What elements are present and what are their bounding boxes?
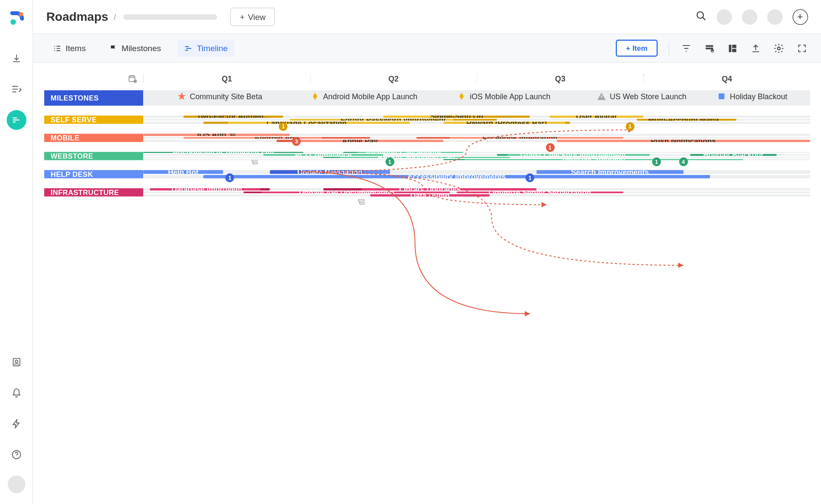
svg-point-1 — [19, 12, 23, 16]
timeline-row: Two-Factor Authen...Single-Sign OnUser A… — [143, 116, 810, 118]
bar-label: Push Notifications — [651, 140, 716, 142]
add-button[interactable]: + — [792, 9, 808, 25]
add-view-button[interactable]: +View — [230, 8, 275, 26]
timeline-bar[interactable]: Two-Factor Authen... — [183, 116, 283, 118]
dependency-badge[interactable]: 1 — [226, 173, 234, 182]
dependency-badge[interactable]: 1 — [652, 158, 661, 166]
link-filter-icon[interactable] — [703, 42, 715, 54]
milestone-item[interactable]: iOS Mobile App Launch — [457, 91, 550, 101]
dependency-badge[interactable]: 1 — [546, 143, 554, 152]
timeline-bar[interactable]: Optimize Server Serialization — [457, 192, 623, 194]
fullscreen-icon[interactable] — [796, 42, 808, 54]
timeline-bar[interactable]: Update API Documentation — [243, 192, 450, 194]
timeline-bar[interactable]: Multi-Account Mana... — [637, 119, 737, 121]
svg-rect-9 — [732, 49, 736, 52]
timeline-bar[interactable]: Reskin Shopping Cart — [323, 156, 510, 158]
group-label[interactable]: MOBILE — [44, 134, 144, 142]
timeline-bar[interactable]: User Avatar — [550, 116, 643, 118]
tab-timeline[interactable]: Timeline — [177, 39, 234, 56]
svg-rect-18 — [358, 200, 364, 202]
settings-icon[interactable] — [772, 42, 785, 54]
bell-icon[interactable] — [7, 383, 26, 403]
quarter-header: Q4 — [643, 74, 810, 83]
date-settings-icon[interactable] — [44, 74, 144, 84]
timeline-view: Q1Q2Q3Q4 MILESTONES Community Site BetaA… — [33, 63, 821, 504]
timeline-bar[interactable]: Guest Checkout Improvement — [497, 154, 650, 156]
group-label[interactable]: SELF SERVE — [44, 116, 144, 124]
add-item-button[interactable]: +Item — [616, 39, 657, 56]
timeline-row: Apple PayPush Notifications1 — [143, 140, 810, 142]
bar-label: Library Upgrades — [399, 188, 461, 190]
timeline-bar[interactable]: Language Localization — [203, 122, 410, 124]
filter-icon[interactable] — [680, 42, 692, 54]
timeline-row: PCI Compliance1Guest Checkout Improvemen… — [143, 154, 810, 156]
bolt-icon[interactable] — [7, 414, 26, 434]
group-milestones[interactable]: MILESTONES — [44, 90, 144, 106]
timeline-bar[interactable]: Help Bot — [143, 170, 223, 173]
timeline-bar[interactable]: Facebook Integration — [417, 137, 624, 139]
milestone-item[interactable]: US Web Store Launch — [597, 91, 687, 101]
svg-point-3 — [15, 360, 18, 363]
dependency-badge[interactable]: 4 — [679, 158, 687, 166]
dependency-badge[interactable]: 1 — [386, 158, 394, 166]
bar-label: Update Navigation — [297, 170, 363, 173]
timeline-bar[interactable]: Update Navigation — [270, 170, 390, 173]
collaborator-avatar[interactable] — [767, 9, 783, 25]
svg-rect-15 — [231, 135, 235, 136]
timeline-bar[interactable]: Single-Sign On — [383, 116, 530, 118]
tab-items[interactable]: Items — [46, 39, 92, 56]
bar-label: Facebook Integration — [482, 137, 557, 139]
timeline-bar[interactable]: Responsive eCommerce site — [143, 152, 303, 153]
milestone-item[interactable]: Android Mobile App Launch — [310, 91, 418, 101]
list-check-icon[interactable] — [7, 79, 26, 99]
timeline-bar[interactable]: Accessibility Improvements — [203, 175, 710, 178]
tab-milestones[interactable]: Milestones — [102, 39, 168, 56]
group-label[interactable]: HELP DESK — [44, 170, 144, 178]
milestone-item[interactable]: Holiday Blackout — [716, 91, 787, 101]
collaborator-avatar[interactable] — [716, 9, 732, 25]
timeline-bar[interactable]: Reward (Progress Bar) — [443, 122, 570, 124]
dependency-badge[interactable]: 1 — [279, 122, 288, 131]
timeline-bar[interactable]: Android App — [183, 137, 370, 139]
help-icon[interactable] — [7, 445, 26, 465]
milestones-track: Community Site BetaAndroid Mobile App La… — [143, 90, 810, 106]
group-label[interactable]: WEBSTORE — [44, 152, 144, 160]
search-icon[interactable] — [695, 10, 706, 23]
group-label[interactable]: INFRASTRUCTURE — [44, 188, 144, 196]
timeline-bar[interactable]: Apple Pay — [277, 140, 443, 142]
timeline-bar[interactable]: Forgot Password Improvment — [290, 119, 497, 121]
dependency-badge[interactable]: 1 — [625, 122, 634, 131]
layout-icon[interactable] — [726, 42, 739, 54]
timeline-bar[interactable]: Library Upgrades — [323, 188, 536, 190]
dependency-badge[interactable]: 3 — [292, 137, 301, 146]
timeline-bar[interactable]: Abandon Cart Widget — [343, 152, 463, 153]
collaborator-avatar[interactable] — [742, 9, 757, 25]
quarter-header: Q1 — [143, 74, 310, 83]
top-header: Roadmaps / +View + — [33, 0, 821, 33]
export-icon[interactable] — [749, 42, 762, 54]
timeline-row: Database Improvem...Library Upgrades — [143, 188, 810, 190]
milestone-item[interactable]: Community Site Beta — [177, 91, 262, 101]
milestone-label: US Web Store Launch — [610, 92, 687, 101]
timeline-bar[interactable]: Push Notifications — [556, 140, 810, 142]
roadmap-selector-placeholder[interactable] — [124, 14, 217, 20]
svg-rect-2 — [13, 358, 20, 366]
timeline-bar[interactable]: iOS App — [143, 134, 290, 136]
timeline-bar[interactable]: PCI Compliance — [263, 154, 383, 156]
timeline-bar[interactable]: Data Dump — [370, 195, 490, 197]
timeline-bar[interactable]: Two-Day Shipping — [443, 159, 743, 160]
download-icon[interactable] — [7, 49, 26, 68]
bar-label: Responsive eCommerce site — [173, 152, 274, 153]
app-logo-icon — [9, 11, 24, 26]
svg-rect-7 — [729, 45, 731, 52]
user-avatar[interactable] — [7, 475, 25, 493]
timeline-bar[interactable]: Database Improvem... — [150, 188, 270, 190]
bar-label: Apple Pay — [342, 140, 378, 142]
bar-label: Optimize Server Serialization — [489, 192, 591, 194]
dependency-badge[interactable]: 1 — [526, 173, 534, 182]
roadmap-icon[interactable] — [7, 110, 26, 130]
contact-icon[interactable] — [7, 352, 26, 372]
separator — [668, 42, 669, 55]
timeline-bar[interactable]: Holiday Blackout — [690, 154, 777, 156]
timeline-bar[interactable]: Search Improvements — [536, 170, 683, 173]
